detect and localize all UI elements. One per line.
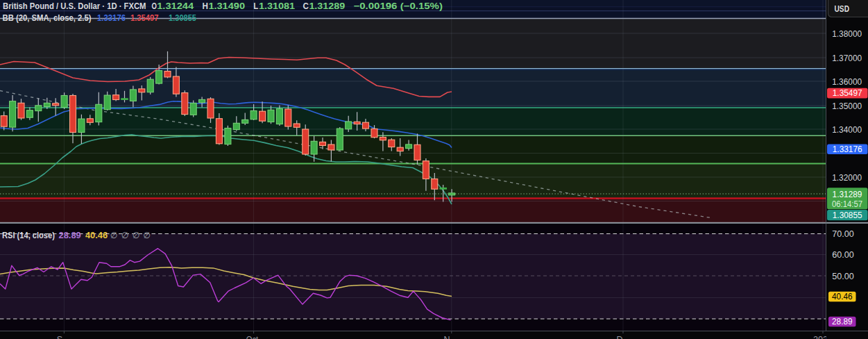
svg-text:S: S [57,335,62,339]
svg-text:USD: USD [835,3,850,14]
svg-text:1.35000: 1.35000 [832,101,862,111]
svg-text:1.31289: 1.31289 [309,1,345,11]
svg-text:BB (20, SMA, close, 2.5): BB (20, SMA, close, 2.5) [3,13,92,23]
svg-text:∅: ∅ [110,231,117,240]
svg-text:D: D [616,335,622,339]
svg-text:1.30855: 1.30855 [169,13,196,23]
svg-text:1.31490: 1.31490 [208,1,245,11]
svg-text:1.35497: 1.35497 [833,88,862,98]
svg-text:1.33176: 1.33176 [97,13,126,23]
svg-text:28.89: 28.89 [832,316,853,326]
svg-text:1.34000: 1.34000 [832,124,862,135]
svg-text:1.30855: 1.30855 [833,210,862,220]
svg-text:50.00: 50.00 [832,271,854,281]
svg-text:O: O [151,1,157,11]
svg-text:H: H [202,1,207,11]
svg-text:N: N [443,335,450,339]
svg-text:70.00: 70.00 [832,229,854,239]
svg-text:∅: ∅ [133,231,139,240]
svg-text:1.31081: 1.31081 [259,1,295,11]
svg-text:1.37000: 1.37000 [832,53,862,63]
svg-text:∅: ∅ [143,231,150,240]
svg-text:RSI (14, close): RSI (14, close) [2,231,55,240]
svg-text:1.36000: 1.36000 [832,76,862,87]
svg-text:C: C [303,1,308,11]
svg-text:28.89: 28.89 [59,231,81,240]
svg-text:60.00: 60.00 [832,249,854,260]
svg-text:L: L [253,1,258,11]
svg-text:1.38000: 1.38000 [832,28,862,39]
svg-text:1.35497: 1.35497 [130,13,159,23]
svg-text:40.46: 40.46 [85,231,108,240]
svg-text:British Pound / U.S. Dollar ·: British Pound / U.S. Dollar · 1D · FXCM [3,1,146,11]
svg-text:1.31244: 1.31244 [157,1,194,11]
svg-text:40.46: 40.46 [832,291,853,301]
svg-text:1.33176: 1.33176 [833,144,862,154]
svg-text:1.32000: 1.32000 [832,172,862,183]
svg-text:−0.00196 (−0.15%): −0.00196 (−0.15%) [354,1,443,11]
svg-text:Oct: Oct [246,335,259,339]
svg-text:∅: ∅ [121,231,128,240]
svg-text:06:14:57: 06:14:57 [832,199,862,209]
